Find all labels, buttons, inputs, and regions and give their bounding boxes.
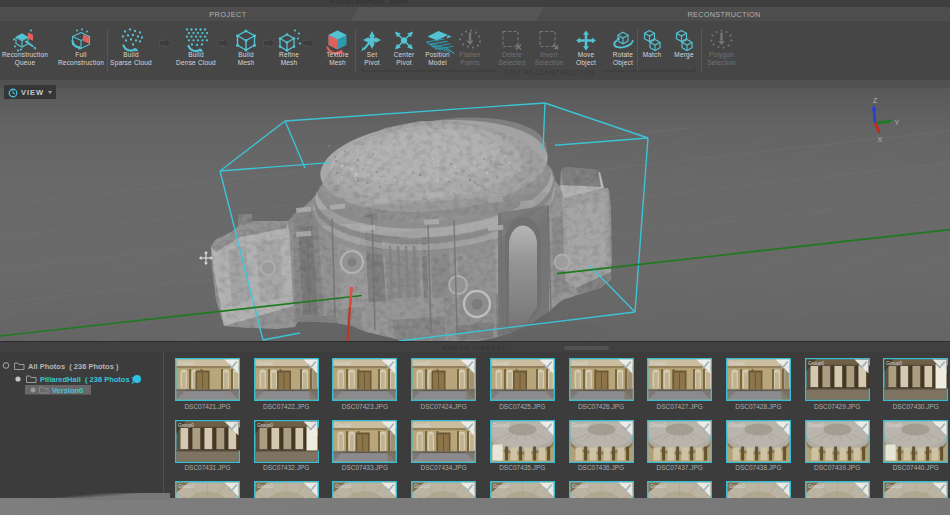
svg-text:Group0: Group0 xyxy=(650,423,666,428)
svg-text:Y: Y xyxy=(895,119,900,126)
svg-text:Group0: Group0 xyxy=(493,361,509,366)
svg-text:Group0: Group0 xyxy=(493,484,509,489)
svg-text:Group0: Group0 xyxy=(178,361,194,366)
svg-text:Group0: Group0 xyxy=(729,361,745,366)
svg-text:Group0: Group0 xyxy=(414,361,430,366)
svg-text:Group0: Group0 xyxy=(650,484,666,489)
svg-text:Group0: Group0 xyxy=(808,361,824,366)
svg-text:Group0: Group0 xyxy=(729,484,745,489)
svg-text:Group0: Group0 xyxy=(886,484,902,489)
svg-text:Group0: Group0 xyxy=(257,484,273,489)
svg-text:Group0: Group0 xyxy=(808,423,824,428)
svg-text:Group0: Group0 xyxy=(335,423,351,428)
svg-text:Group0: Group0 xyxy=(808,484,824,489)
svg-text:Group0: Group0 xyxy=(886,361,902,366)
svg-text:Group0: Group0 xyxy=(650,361,666,366)
svg-text:X: X xyxy=(878,136,883,143)
svg-text:Group0: Group0 xyxy=(572,484,588,489)
svg-text:Group0: Group0 xyxy=(178,423,194,428)
svg-text:All Photos ( 236 Photos ): All Photos ( 236 Photos ) xyxy=(28,362,119,371)
svg-text:Z: Z xyxy=(873,97,878,104)
svg-text:Group0: Group0 xyxy=(257,423,273,428)
svg-text:Group0: Group0 xyxy=(414,423,430,428)
svg-text:Version0: Version0 xyxy=(52,386,83,395)
svg-text:Group0: Group0 xyxy=(414,484,430,489)
svg-text:Group0: Group0 xyxy=(335,484,351,489)
svg-text:Group0: Group0 xyxy=(493,423,509,428)
svg-text:Group0: Group0 xyxy=(257,361,273,366)
svg-text:Group0: Group0 xyxy=(729,423,745,428)
svg-text:Group0: Group0 xyxy=(335,361,351,366)
svg-text:Group0: Group0 xyxy=(178,484,194,489)
svg-text:Group0: Group0 xyxy=(572,423,588,428)
svg-text:Group0: Group0 xyxy=(886,423,902,428)
svg-text:Group0: Group0 xyxy=(572,361,588,366)
svg-text:PillaredHall ( 236 Photos ): PillaredHall ( 236 Photos ) xyxy=(40,375,135,384)
svg-text:EDIT RECONSTRUCTION: EDIT RECONSTRUCTION xyxy=(504,69,595,76)
